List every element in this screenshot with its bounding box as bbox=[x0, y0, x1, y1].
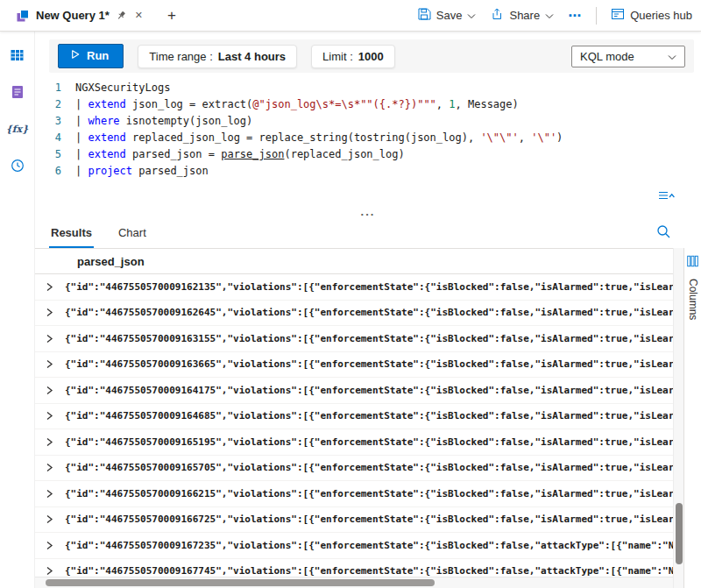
queries-hub-button[interactable]: Queries hub bbox=[611, 7, 692, 24]
row-json-text: {"id":"4467550570009166215","violations"… bbox=[65, 488, 673, 499]
table-row[interactable]: {"id":"4467550570009167235","violations"… bbox=[35, 533, 673, 559]
tables-icon[interactable] bbox=[5, 44, 30, 67]
line-number: 3 bbox=[35, 113, 75, 130]
divider bbox=[596, 7, 597, 25]
collapse-editor-icon[interactable] bbox=[658, 189, 675, 202]
line-number: 1 bbox=[35, 80, 75, 96]
kql-mode-dropdown[interactable]: KQL mode bbox=[571, 46, 685, 67]
code-line: 5 | extend parsed_json = parse_json(repl… bbox=[35, 146, 701, 163]
limit-picker[interactable]: Limit : 1000 bbox=[311, 45, 395, 68]
save-button[interactable]: Save bbox=[417, 7, 477, 24]
code-line: 6 | project parsed_json bbox=[35, 163, 701, 180]
new-tab-button[interactable]: + bbox=[162, 6, 181, 25]
table-row[interactable]: {"id":"4467550570009167745","violations"… bbox=[35, 559, 673, 577]
code-editor[interactable]: 1 NGXSecurityLogs 2 | extend json_log = … bbox=[35, 80, 701, 185]
results-tab-strip: Results Chart bbox=[35, 218, 701, 248]
expand-chevron-icon[interactable] bbox=[46, 334, 53, 344]
expand-chevron-icon[interactable] bbox=[46, 489, 53, 499]
more-options-icon[interactable]: ⋯ bbox=[568, 8, 582, 24]
table-row[interactable]: {"id":"4467550570009165705","violations"… bbox=[35, 456, 673, 482]
expand-chevron-icon[interactable] bbox=[46, 411, 53, 421]
limit-value: 1000 bbox=[358, 50, 384, 63]
close-tab-icon[interactable]: ✕ bbox=[133, 10, 145, 21]
row-json-text: {"id":"4467550570009163155","violations"… bbox=[65, 333, 673, 344]
vertical-scrollbar[interactable] bbox=[673, 248, 683, 588]
row-json-text: {"id":"4467550570009167745","violations"… bbox=[65, 565, 673, 577]
results-rows: {"id":"4467550570009162135","violations"… bbox=[35, 274, 673, 577]
tab-chart[interactable]: Chart bbox=[117, 218, 148, 248]
table-row[interactable]: {"id":"4467550570009164175","violations"… bbox=[35, 378, 673, 404]
functions-icon[interactable]: {fx} bbox=[5, 117, 30, 140]
row-json-text: {"id":"4467550570009166725","violations"… bbox=[65, 514, 673, 525]
code-line: 3 | where isnotempty(json_log) bbox=[35, 113, 701, 130]
top-bar: New Query 1* ✕ + Save Share ⋯ bbox=[0, 0, 701, 32]
expand-chevron-icon[interactable] bbox=[46, 308, 53, 317]
query-history-icon[interactable] bbox=[5, 154, 30, 177]
columns-pane-label: Columns bbox=[687, 279, 699, 320]
code-line: 4 | extend replaced_json_log = replace_s… bbox=[35, 130, 701, 146]
table-row[interactable]: {"id":"4467550570009166725","violations"… bbox=[35, 507, 673, 534]
chevron-down-icon bbox=[668, 50, 676, 63]
table-row[interactable]: {"id":"4467550570009164685","violations"… bbox=[35, 404, 673, 430]
table-row[interactable]: {"id":"4467550570009162135","violations"… bbox=[35, 274, 673, 301]
row-json-text: {"id":"4467550570009164685","violations"… bbox=[65, 410, 673, 422]
row-json-text: {"id":"4467550570009167235","violations"… bbox=[65, 540, 673, 551]
expand-chevron-icon[interactable] bbox=[46, 437, 53, 447]
expand-chevron-icon[interactable] bbox=[46, 282, 53, 292]
expand-chevron-icon[interactable] bbox=[46, 463, 53, 472]
time-range-value: Last 4 hours bbox=[218, 50, 286, 63]
top-actions: Save Share ⋯ Queries hub bbox=[417, 7, 692, 25]
splitter-handle[interactable]: ... bbox=[35, 206, 701, 218]
table-row[interactable]: {"id":"4467550570009166215","violations"… bbox=[35, 481, 673, 507]
columns-pane-toggle[interactable]: Columns bbox=[683, 248, 701, 588]
line-number: 4 bbox=[35, 130, 75, 146]
table-row[interactable]: {"id":"4467550570009162645","violations"… bbox=[35, 301, 673, 327]
row-json-text: {"id":"4467550570009162645","violations"… bbox=[65, 307, 673, 318]
query-file-icon bbox=[16, 9, 30, 23]
save-icon bbox=[417, 7, 431, 24]
vertical-scrollbar-thumb[interactable] bbox=[676, 503, 683, 564]
query-tab[interactable]: New Query 1* ✕ bbox=[11, 5, 150, 26]
horizontal-scrollbar[interactable] bbox=[35, 577, 673, 588]
share-icon bbox=[490, 7, 504, 24]
expand-chevron-icon[interactable] bbox=[46, 541, 53, 550]
line-number: 5 bbox=[35, 146, 75, 163]
expand-chevron-icon[interactable] bbox=[46, 566, 53, 576]
left-rail: {fx} bbox=[0, 32, 35, 588]
table-row[interactable]: {"id":"4467550570009163665","violations"… bbox=[35, 352, 673, 379]
columns-icon bbox=[687, 255, 698, 271]
results-panel: Results Chart parsed_json {"id":"4467550… bbox=[35, 218, 701, 588]
app-root: New Query 1* ✕ + Save Share ⋯ bbox=[0, 0, 701, 588]
table-row[interactable]: {"id":"4467550570009163155","violations"… bbox=[35, 326, 673, 352]
share-button[interactable]: Share bbox=[490, 7, 554, 24]
search-icon[interactable] bbox=[656, 224, 671, 239]
run-button[interactable]: Run bbox=[58, 44, 124, 68]
pin-icon[interactable] bbox=[116, 10, 127, 21]
row-json-text: {"id":"4467550570009162135","violations"… bbox=[65, 281, 673, 293]
chevron-down-icon bbox=[545, 9, 554, 22]
row-json-text: {"id":"4467550570009165705","violations"… bbox=[65, 462, 673, 473]
expand-chevron-icon[interactable] bbox=[46, 386, 53, 395]
row-json-text: {"id":"4467550570009163665","violations"… bbox=[65, 358, 673, 370]
code-line: 2 | extend json_log = extract(@"json_log… bbox=[35, 96, 701, 113]
table-row[interactable]: {"id":"4467550570009165195","violations"… bbox=[35, 429, 673, 456]
editor-footer bbox=[35, 185, 701, 206]
query-toolbar: Run Time range : Last 4 hours Limit : 10… bbox=[49, 39, 694, 73]
chevron-down-icon bbox=[467, 9, 476, 22]
example-queries-icon[interactable] bbox=[5, 81, 30, 103]
expand-chevron-icon[interactable] bbox=[46, 514, 53, 524]
queries-hub-icon bbox=[611, 7, 625, 24]
editor-lines: 1 NGXSecurityLogs 2 | extend json_log = … bbox=[35, 80, 701, 180]
tab-results[interactable]: Results bbox=[49, 218, 94, 248]
row-json-text: {"id":"4467550570009164175","violations"… bbox=[65, 385, 673, 396]
line-number: 6 bbox=[35, 163, 75, 180]
tab-title: New Query 1* bbox=[36, 9, 110, 22]
results-grid: parsed_json {"id":"4467550570009162135",… bbox=[35, 248, 673, 588]
row-json-text: {"id":"4467550570009165195","violations"… bbox=[65, 436, 673, 448]
results-body: parsed_json {"id":"4467550570009162135",… bbox=[35, 248, 701, 588]
time-range-picker[interactable]: Time range : Last 4 hours bbox=[138, 45, 297, 68]
query-workspace: Run Time range : Last 4 hours Limit : 10… bbox=[35, 32, 701, 588]
expand-chevron-icon[interactable] bbox=[46, 359, 53, 369]
column-header-parsed-json[interactable]: parsed_json bbox=[35, 248, 673, 274]
horizontal-scrollbar-thumb[interactable] bbox=[46, 579, 435, 586]
